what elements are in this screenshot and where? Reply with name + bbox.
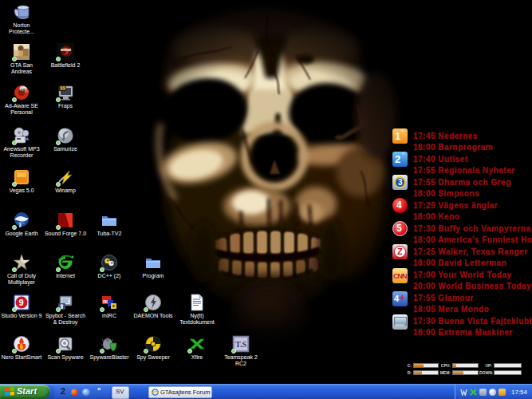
svg-text:se: se: [21, 87, 26, 92]
svg-text:9: 9: [19, 298, 24, 307]
svg-text:T.S: T.S: [235, 340, 246, 349]
svg-text:99: 99: [60, 85, 66, 91]
